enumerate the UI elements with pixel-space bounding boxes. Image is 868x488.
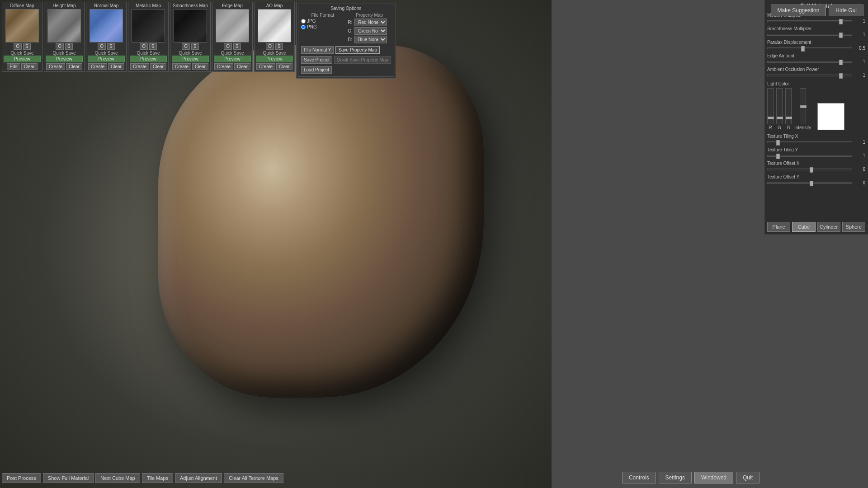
diffuse-preview-button[interactable]: Preview bbox=[4, 56, 41, 62]
ao-create-button[interactable]: Create bbox=[256, 63, 275, 70]
edge-o-button[interactable]: O bbox=[224, 43, 232, 50]
smoothness-create-button[interactable]: Create bbox=[172, 63, 191, 70]
controls-button[interactable]: Controls bbox=[622, 472, 656, 483]
channel-b-row: B: Blue None bbox=[348, 36, 391, 43]
smoothness-os-row: O S bbox=[182, 43, 198, 50]
intensity-slider[interactable] bbox=[800, 88, 806, 124]
save-project-button[interactable]: Save Project bbox=[301, 56, 332, 64]
adjust-alignment-button[interactable]: Adjust Alignment bbox=[175, 473, 222, 483]
edge-clear-button[interactable]: Clear bbox=[234, 63, 250, 70]
png-radio[interactable] bbox=[301, 25, 306, 29]
metallic-quick-save-label: Quick Save bbox=[130, 51, 167, 56]
smoothness-o-button[interactable]: O bbox=[182, 43, 190, 50]
b-slider-label: B bbox=[787, 125, 790, 130]
smoothness-map-title: Smoothness Map bbox=[173, 3, 208, 8]
diffuse-s-button[interactable]: S bbox=[23, 43, 31, 50]
metallic-map-title: Metallic Map bbox=[136, 3, 161, 8]
tile-maps-button[interactable]: Tile Maps bbox=[142, 473, 173, 483]
jpg-radio[interactable] bbox=[301, 19, 306, 23]
height-os-row: O S bbox=[56, 43, 72, 50]
ao-actions-row: Create Clear bbox=[256, 63, 292, 70]
ao-quick-save-label: Quick Save bbox=[256, 51, 293, 56]
edge-s-button[interactable]: S bbox=[233, 43, 241, 50]
height-o-button[interactable]: O bbox=[56, 43, 64, 50]
ao-o-button[interactable]: O bbox=[266, 43, 274, 50]
edge-map-thumbnail bbox=[216, 9, 249, 42]
height-s-button[interactable]: S bbox=[65, 43, 73, 50]
metallic-actions-row: Create Clear bbox=[130, 63, 166, 70]
light-color-label: Light Color bbox=[767, 81, 865, 86]
next-cube-map-button[interactable]: Next Cube Map bbox=[95, 473, 140, 483]
flip-normal-y-button[interactable]: Flip Normal Y bbox=[301, 46, 334, 54]
metallic-clear-button[interactable]: Clear bbox=[150, 63, 166, 70]
tiling-y-label: Texture Tiling Y bbox=[767, 147, 865, 152]
settings-button[interactable]: Settings bbox=[659, 472, 692, 483]
height-clear-button[interactable]: Clear bbox=[66, 63, 82, 70]
ao-s-button[interactable]: S bbox=[275, 43, 283, 50]
g-slider-group: G bbox=[776, 88, 783, 130]
plane-button[interactable]: Plane bbox=[767, 222, 790, 232]
metallic-os-row: O S bbox=[140, 43, 156, 50]
normal-create-button[interactable]: Create bbox=[88, 63, 107, 70]
smoothness-clear-button[interactable]: Clear bbox=[192, 63, 208, 70]
save-property-map-button[interactable]: Save Property Map bbox=[335, 46, 380, 54]
offset-y-slider-row: 0 bbox=[767, 180, 865, 185]
saving-options-inner: Saving Options File Format JPG PNG Prope… bbox=[298, 4, 394, 77]
smoothness-s-button[interactable]: S bbox=[191, 43, 199, 50]
metallic-create-button[interactable]: Create bbox=[130, 63, 149, 70]
offset-y-slider[interactable] bbox=[767, 182, 852, 184]
windowed-button[interactable]: Windowed bbox=[694, 472, 733, 483]
cylinder-button[interactable]: Cylinder bbox=[817, 222, 840, 232]
ao-map-title: AO Map bbox=[266, 3, 283, 8]
png-label: PNG bbox=[307, 24, 317, 29]
diffuse-actions-row: Edit Clear bbox=[7, 63, 37, 70]
g-slider[interactable] bbox=[776, 88, 783, 124]
diffuse-edit-button[interactable]: Edit bbox=[7, 63, 20, 70]
offset-x-slider[interactable] bbox=[767, 169, 852, 170]
quit-button[interactable]: Quit bbox=[736, 472, 760, 483]
metallic-o-button[interactable]: O bbox=[140, 43, 148, 50]
diffuse-clear-button[interactable]: Clear bbox=[21, 63, 38, 70]
normal-o-button[interactable]: O bbox=[98, 43, 106, 50]
channel-b-dropdown[interactable]: Blue None bbox=[354, 36, 387, 43]
property-map-label: Property Map bbox=[348, 13, 391, 18]
tiling-x-slider[interactable] bbox=[767, 141, 852, 143]
normal-s-button[interactable]: S bbox=[107, 43, 115, 50]
ao-preview-button[interactable]: Preview bbox=[256, 56, 293, 62]
height-preview-button[interactable]: Preview bbox=[46, 56, 83, 62]
color-preview bbox=[817, 103, 844, 130]
post-process-button[interactable]: Post Process bbox=[2, 473, 41, 483]
r-slider[interactable] bbox=[767, 88, 774, 124]
tiling-y-slider[interactable] bbox=[767, 155, 852, 157]
saving-options-panel: Saving Options File Format JPG PNG Prope… bbox=[296, 2, 396, 79]
rock-object bbox=[158, 45, 484, 398]
ao-clear-button[interactable]: Clear bbox=[276, 63, 292, 70]
sphere-button[interactable]: Sphere bbox=[842, 222, 865, 232]
top-area: Diffuse Map O S Quick Save Preview Edit … bbox=[0, 0, 868, 80]
channel-g-row: G: Green None bbox=[348, 27, 391, 35]
normal-preview-button[interactable]: Preview bbox=[88, 56, 125, 62]
clear-all-texture-maps-button[interactable]: Clear All Texture Maps bbox=[224, 473, 283, 483]
channel-g-dropdown[interactable]: Green None bbox=[354, 27, 387, 35]
normal-clear-button[interactable]: Clear bbox=[108, 63, 124, 70]
metallic-preview-button[interactable]: Preview bbox=[130, 56, 167, 62]
cube-button[interactable]: Cube bbox=[792, 222, 815, 232]
load-project-button[interactable]: Load Project bbox=[301, 66, 332, 74]
edge-preview-button[interactable]: Preview bbox=[214, 56, 251, 62]
quick-save-property-map-button[interactable]: Quick Save Property Map bbox=[334, 56, 391, 64]
height-map-title: Height Map bbox=[52, 3, 75, 8]
height-create-button[interactable]: Create bbox=[46, 63, 65, 70]
diffuse-quick-save-label: Quick Save bbox=[4, 51, 41, 56]
channel-r-dropdown[interactable]: Red None bbox=[354, 19, 387, 26]
show-full-material-button[interactable]: Show Full Material bbox=[43, 473, 94, 483]
smoothness-preview-button[interactable]: Preview bbox=[172, 56, 209, 62]
b-slider[interactable] bbox=[785, 88, 792, 124]
edge-create-button[interactable]: Create bbox=[214, 63, 233, 70]
b-slider-group: B bbox=[785, 88, 792, 130]
diffuse-map-panel: Diffuse Map O S Quick Save Preview Edit … bbox=[2, 2, 42, 72]
metallic-s-button[interactable]: S bbox=[149, 43, 157, 50]
texture-settings: Texture Tiling X 1 Texture Tiling Y 1 Te… bbox=[767, 134, 865, 185]
edge-os-row: O S bbox=[224, 43, 241, 50]
diffuse-o-button[interactable]: O bbox=[14, 43, 22, 50]
height-quick-save-label: Quick Save bbox=[46, 51, 83, 56]
